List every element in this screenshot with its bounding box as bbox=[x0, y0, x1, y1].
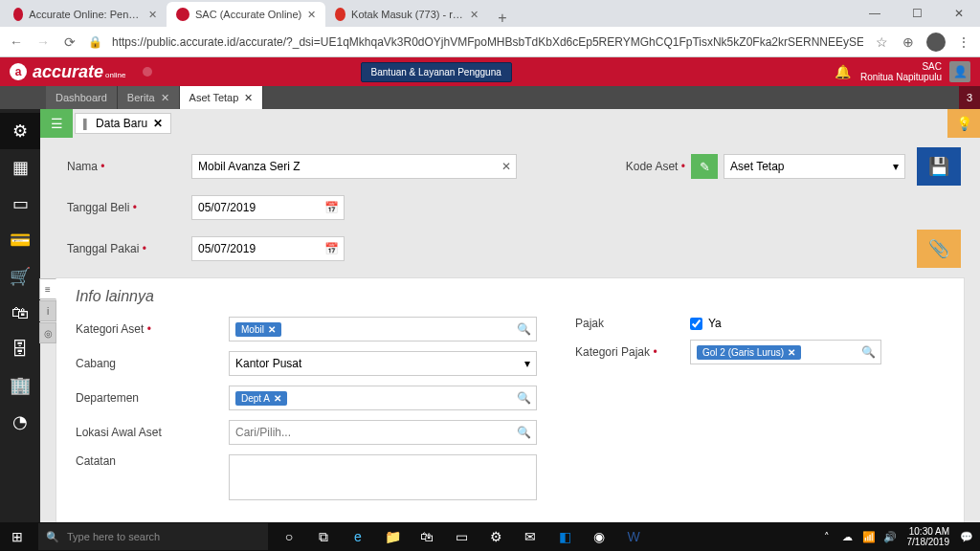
cabang-select[interactable]: Kantor Pusat▾ bbox=[229, 351, 537, 376]
kategori-aset-input[interactable]: Mobil ✕ bbox=[229, 317, 537, 342]
word-icon[interactable]: W bbox=[616, 522, 651, 551]
browser-tab[interactable]: Accurate Online: Pengaturan Dat ✕ bbox=[4, 2, 167, 27]
cart-icon[interactable]: 🛒 bbox=[0, 258, 40, 295]
maximize-button[interactable]: ☐ bbox=[896, 0, 938, 27]
profile-icon[interactable] bbox=[926, 33, 946, 52]
help-button[interactable]: Bantuan & Layanan Pengguna bbox=[361, 62, 512, 82]
edit-kode-button[interactable]: ✎ bbox=[691, 154, 718, 179]
notification-count[interactable]: 3 bbox=[959, 86, 980, 109]
browser-tab[interactable]: Kotak Masuk (773) - roni.rikson ✕ bbox=[325, 2, 488, 27]
reload-icon[interactable]: ⟳ bbox=[61, 34, 78, 50]
gallery-icon[interactable]: ▭ bbox=[444, 522, 479, 551]
clock[interactable]: 10:30 AM 7/18/2019 bbox=[902, 526, 956, 547]
menu-icon[interactable]: ⋮ bbox=[955, 34, 972, 50]
star-icon[interactable]: ☆ bbox=[873, 34, 890, 50]
catatan-textarea[interactable] bbox=[229, 454, 537, 500]
outlook-icon[interactable]: ◧ bbox=[547, 522, 582, 551]
explorer-icon[interactable]: 📁 bbox=[375, 522, 410, 551]
lokasi-input[interactable] bbox=[229, 420, 537, 445]
idea-button[interactable]: 💡 bbox=[947, 109, 980, 138]
server-icon[interactable]: 🗄 bbox=[0, 331, 40, 367]
chrome-icon[interactable]: ◉ bbox=[582, 522, 616, 551]
kode-select[interactable]: Aset Tetap▾ bbox=[724, 154, 905, 179]
tab-aset-tetap[interactable]: Aset Tetap✕ bbox=[180, 86, 264, 109]
favicon-icon bbox=[13, 8, 23, 21]
module-tabs: Dashboard Berita✕ Aset Tetap✕ 3 bbox=[0, 86, 980, 109]
info-tab-general[interactable]: ≡ bbox=[39, 278, 56, 299]
tag-dept-a[interactable]: Dept A ✕ bbox=[235, 391, 287, 406]
calendar-icon[interactable]: 📅 bbox=[324, 201, 339, 214]
close-icon[interactable]: ✕ bbox=[161, 92, 169, 104]
search-icon[interactable]: 🔍 bbox=[517, 426, 531, 439]
chart-icon[interactable]: ◔ bbox=[0, 404, 40, 440]
user-info[interactable]: SAC Ronitua Napitupulu bbox=[860, 61, 942, 82]
tgl-pakai-input[interactable] bbox=[191, 236, 345, 261]
taskview-icon[interactable]: ⧉ bbox=[306, 522, 341, 551]
info-tab-detail[interactable]: i bbox=[39, 300, 56, 321]
book-icon[interactable]: ▭ bbox=[0, 186, 40, 222]
start-button[interactable]: ⊞ bbox=[0, 522, 34, 551]
bell-icon[interactable]: 🔔 bbox=[835, 64, 851, 79]
wifi-icon[interactable]: 📶 bbox=[859, 531, 879, 543]
kategori-pajak-input[interactable]: Gol 2 (Garis Lurus) ✕ bbox=[690, 340, 881, 364]
notification-icon[interactable]: 💬 bbox=[957, 531, 976, 543]
pajak-checkbox[interactable]: Ya bbox=[690, 317, 722, 330]
favicon-icon bbox=[335, 8, 345, 21]
search-placeholder: Type here to search bbox=[67, 531, 160, 542]
settings-icon[interactable]: ⚙ bbox=[479, 522, 513, 551]
gear-icon[interactable]: ⚙ bbox=[0, 113, 40, 149]
wallet-icon[interactable]: 💳 bbox=[0, 222, 40, 258]
new-tab-button[interactable]: + bbox=[488, 10, 516, 27]
nama-input[interactable] bbox=[191, 154, 517, 179]
tab-berita[interactable]: Berita✕ bbox=[118, 86, 180, 109]
back-icon[interactable]: ← bbox=[8, 34, 25, 50]
clear-icon[interactable]: ✕ bbox=[501, 160, 511, 173]
tag-gol2[interactable]: Gol 2 (Garis Lurus) ✕ bbox=[697, 345, 801, 360]
browser-tab[interactable]: SAC (Accurate Online) ✕ bbox=[167, 2, 325, 27]
info-tab-coin[interactable]: ◎ bbox=[39, 322, 56, 343]
forward-icon[interactable]: → bbox=[34, 34, 52, 50]
list-icon[interactable]: ☰ bbox=[40, 109, 73, 138]
lock-icon: 🔒 bbox=[88, 35, 102, 49]
side-rail: ⚙ ▦ ▭ 💳 🛒 🛍 🗄 🏢 ◔ bbox=[0, 109, 40, 522]
cortana-icon[interactable]: ○ bbox=[272, 522, 306, 551]
chevron-up-icon[interactable]: ˄ bbox=[817, 531, 836, 543]
tag-mobil[interactable]: Mobil ✕ bbox=[235, 322, 281, 337]
cloud-icon[interactable]: ☁ bbox=[838, 531, 858, 543]
minimize-button[interactable]: — bbox=[854, 0, 896, 27]
chevron-down-icon: ▾ bbox=[893, 160, 899, 173]
close-icon[interactable]: ✕ bbox=[244, 92, 253, 104]
url-text[interactable]: https://public.accurate.id/accurate/?_ds… bbox=[112, 35, 863, 49]
close-icon[interactable]: ✕ bbox=[148, 9, 157, 21]
building-icon[interactable]: 🏢 bbox=[0, 367, 40, 404]
close-icon[interactable]: ✕ bbox=[307, 9, 316, 21]
search-icon[interactable]: 🔍 bbox=[517, 322, 531, 336]
search-icon[interactable]: 🔍 bbox=[517, 391, 531, 405]
label-lokasi: Lokasi Awal Aset bbox=[76, 426, 229, 439]
tab-dashboard[interactable]: Dashboard bbox=[46, 86, 118, 109]
tab-title: Kotak Masuk (773) - roni.rikson bbox=[351, 9, 464, 20]
tgl-beli-input[interactable] bbox=[191, 195, 345, 220]
avatar[interactable]: 👤 bbox=[949, 61, 970, 82]
volume-icon[interactable]: 🔊 bbox=[880, 531, 900, 543]
edge-icon[interactable]: e bbox=[341, 522, 375, 551]
grid-icon[interactable]: ▦ bbox=[0, 149, 40, 186]
app-header: a accurateonline Bantuan & Layanan Pengg… bbox=[0, 57, 980, 86]
brand-icon: a bbox=[10, 63, 27, 80]
bag-icon[interactable]: 🛍 bbox=[0, 295, 40, 331]
calendar-icon[interactable]: 📅 bbox=[324, 242, 339, 255]
attach-button[interactable]: 📎 bbox=[917, 230, 961, 268]
label-tgl-pakai: Tanggal Pakai • bbox=[67, 242, 191, 255]
close-icon[interactable]: ✕ bbox=[470, 9, 479, 21]
store-icon[interactable]: 🛍 bbox=[410, 522, 444, 551]
search-icon[interactable]: 🔍 bbox=[861, 345, 876, 359]
checkbox-input[interactable] bbox=[690, 318, 702, 330]
save-button[interactable]: 💾 bbox=[917, 147, 961, 186]
mail-icon[interactable]: ✉ bbox=[513, 522, 547, 551]
taskbar-search[interactable]: 🔍 Type here to search bbox=[38, 523, 268, 550]
zoom-icon[interactable]: ⊕ bbox=[900, 34, 917, 50]
close-button[interactable]: ✕ bbox=[938, 0, 980, 27]
favicon-icon bbox=[176, 8, 189, 21]
close-icon[interactable]: ✕ bbox=[153, 117, 163, 130]
departemen-input[interactable]: Dept A ✕ bbox=[229, 386, 537, 410]
